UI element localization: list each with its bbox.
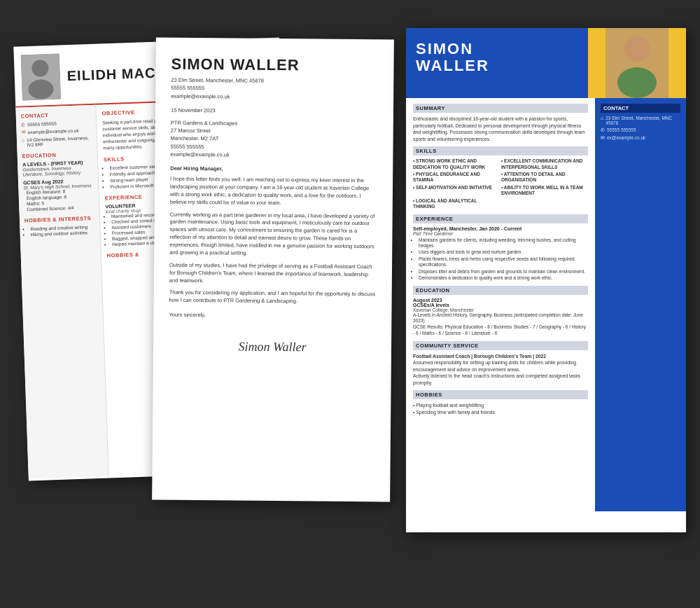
eilidh-alevels: A LEVELS - (FIRST YEAR) Gordonstoun, Inv… [22, 160, 93, 177]
email-icon: ✉ [601, 135, 605, 141]
simon-phone: ✆ 55555 555555 [601, 127, 680, 133]
svg-point-4 [624, 36, 650, 62]
simon-summary-label: SUMMARY [413, 104, 588, 113]
eilidh-hobbies-label: HOBBIES & INTERESTS [24, 215, 94, 223]
simon-hobbies-label: HOBBIES [413, 390, 588, 399]
cover-para-4: Thank you for considering my application… [169, 289, 377, 306]
simon-employer: Self-employed, Manchester, Jan 2020 - Cu… [413, 226, 588, 231]
cover-closing: Yours sincerely, [169, 312, 376, 320]
eilidh-phone: ✆ 55555 555555 [21, 120, 91, 127]
skill-item: • PHYSICAL ENDURANCE AND STAMINA [413, 172, 500, 184]
simon-skills-grid: • STRONG WORK ETHIC AND DEDICATION TO QU… [413, 158, 588, 210]
simon-exp-bullets: Maintains gardens for clients, including… [419, 237, 588, 282]
eilidh-education-label: EDUCATION [22, 151, 92, 159]
simon-main: SUMMARY Enthusiastic and disciplined 16-… [406, 98, 595, 511]
hobbies-list: Reading and creative writing Hiking and … [30, 224, 94, 237]
simon-address: ⌂ 23 Elm Street, Manchester, MNC 45678 [601, 116, 680, 125]
skill-item: • ABILITY TO WORK WELL IN A TEAM ENVIRON… [501, 185, 588, 197]
simon-role: Part Time Gardener [413, 231, 588, 236]
skill-item: • STRONG WORK ETHIC AND DEDICATION TO QU… [413, 158, 500, 170]
cover-date: 15 November 2023 [171, 106, 378, 115]
eilidh-address: ⌂ 14 Glenview Street, Inverness, IV2 8RF [22, 135, 92, 147]
cover-para-1: I hope this letter finds you well. I am … [170, 176, 377, 208]
list-item: Uses diggers and tools to grow and nurtu… [419, 249, 588, 255]
cover-salutation: Dear Hiring Manager, [170, 165, 377, 174]
skill-item: • EXCELLENT COMMUNICATION AND INTERPERSO… [501, 158, 588, 170]
simon-email: ✉ ex@example.co.uk [601, 135, 680, 141]
email-icon: ✉ [21, 130, 25, 135]
cover-signature: Simon Waller [169, 339, 376, 356]
list-item: Demonstrates a dedication to quality wor… [419, 275, 588, 281]
cover-para-2: Currently working as a part time gardene… [169, 211, 377, 258]
simon-skills-label: SKILLS [413, 146, 588, 156]
simon-summary-text: Enthusiastic and disciplined 16-year-old… [413, 116, 588, 142]
cover-letter: SIMON WALLER 23 Elm Street, Manchester, … [152, 38, 394, 502]
phone-icon: ✆ [21, 122, 25, 127]
simon-sidebar: CONTACT ⌂ 23 Elm Street, Manchester, MNC… [595, 98, 686, 511]
location-icon: ⌂ [22, 137, 24, 142]
list-item: Disposes litter and debris from garden a… [419, 269, 588, 275]
cover-recipient: PTR Gardens & Landscapes 27 Marcoz Stree… [170, 118, 377, 160]
simon-education-label: EDUCATION [413, 286, 588, 295]
eilidh-gcses: GCSES Aug 2022 St. Mary's High School, I… [23, 178, 94, 212]
cover-address: 23 Elm Street, Manchester, MNC 45678 555… [171, 76, 378, 102]
list-item: Maintains gardens for clients, including… [419, 237, 588, 249]
simon-header: SIMON WALLER [406, 28, 686, 98]
phone-icon: ✆ [601, 127, 605, 133]
eilidh-photo [21, 54, 61, 101]
simon-experience-label: EXPERIENCE [413, 214, 588, 223]
svg-point-5 [617, 67, 657, 98]
skill-item: • ATTENTION TO DETAIL AND ORGANISATION [501, 172, 588, 184]
simon-header-blue: SIMON WALLER [406, 28, 588, 98]
simon-community-label: COMMUNITY SERVICE [413, 341, 588, 350]
simon-name: SIMON WALLER [416, 41, 578, 74]
eilidh-contact-label: CONTACT [21, 111, 91, 119]
simon-photo-area [588, 28, 686, 98]
eilidh-email: ✉ example@example.co.uk [21, 127, 91, 135]
skill-item: • SELF-MOTIVATION AND INITIATIVE [413, 185, 500, 197]
location-icon: ⌂ [601, 116, 603, 120]
simon-photo [606, 28, 668, 98]
skill-item: • LOGICAL AND ANALYTICAL THINKING [413, 198, 500, 210]
eilidh-left-col: CONTACT ✆ 55555 555555 ✉ example@example… [15, 105, 108, 479]
simon-edu: August 2023 GCSEs/A levels Xaverian Coll… [413, 298, 588, 337]
cover-para-3: Outside of my studies, I have had the pr… [169, 261, 377, 286]
cover-name: SIMON WALLER [171, 55, 378, 76]
simon-contact-label: CONTACT [601, 104, 680, 113]
simon-body: SUMMARY Enthusiastic and disciplined 16-… [406, 98, 686, 511]
gcse-list: English literature: 8 English language: … [26, 188, 94, 212]
simon-cv: SIMON WALLER SUMMARY Enthusiastic and di… [406, 28, 686, 532]
list-item: Plants flowers, trees and herbs using re… [419, 256, 588, 268]
